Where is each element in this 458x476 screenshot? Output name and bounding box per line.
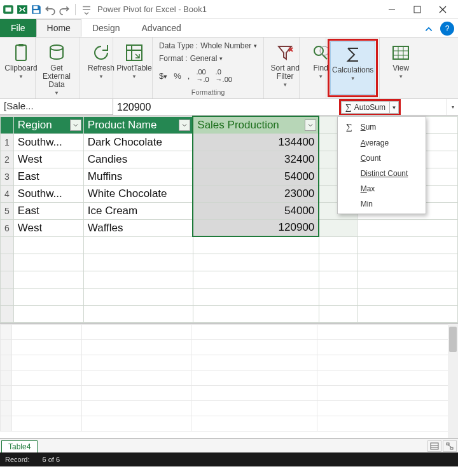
data-view-button[interactable] [427,440,441,452]
tab-advanced[interactable]: Advanced [131,19,192,37]
database-icon [46,43,67,63]
grid-view-icon [391,43,411,63]
menu-item-count[interactable]: Count [338,151,426,166]
comma-format-button[interactable]: , [188,71,190,81]
vertical-scrollbar[interactable] [448,324,458,438]
svg-point-9 [50,45,63,50]
pivottable-icon [124,43,144,63]
chevron-down-icon: ▼ [318,74,323,79]
sigma-icon: ∑ [345,102,352,112]
column-header-sales[interactable]: Sales Production [193,116,319,133]
redo-icon[interactable] [59,4,70,15]
table-row[interactable]: 6 West Waffles 120900 [1,219,458,236]
save-icon[interactable] [31,4,42,15]
calculation-area[interactable] [0,324,458,439]
chevron-down-icon: ▼ [132,74,137,79]
format-selector[interactable]: Format : General ▾ [159,54,257,63]
maximize-button[interactable] [405,1,430,18]
clipboard-button[interactable]: Clipboard ▼ [4,40,38,82]
autosum-dropdown-button[interactable]: ▼ [390,101,399,114]
tab-file[interactable]: File [0,19,36,37]
svg-rect-18 [393,46,408,59]
menu-item-sum[interactable]: ∑Sum [338,119,426,135]
svg-rect-4 [34,10,39,13]
column-header-region[interactable]: Region [13,116,83,133]
chevron-down-icon: ▾ [219,55,223,62]
qat-customize-icon[interactable] [81,4,92,15]
sort-and-filter-button[interactable]: Sort and Filter ▼ [268,40,302,90]
tab-home[interactable]: Home [36,19,81,37]
svg-rect-23 [431,443,438,449]
view-button[interactable]: View ▼ [384,40,418,82]
sigma-icon: ∑ [344,122,354,132]
svg-rect-27 [450,447,453,449]
window-title: Power Pivot for Excel - Book1 [97,4,207,14]
data-type-selector[interactable]: Data Type : Whole Number ▾ [159,41,257,50]
menu-item-average[interactable]: Average [338,135,426,151]
formula-input[interactable] [113,99,339,115]
calculations-button[interactable]: Calculations ▼ [330,41,375,95]
chevron-down-icon: ▼ [54,90,59,96]
undo-icon[interactable] [45,4,56,15]
chevron-down-icon: ▼ [398,74,403,79]
minimize-button[interactable] [379,1,405,18]
currency-format-button[interactable]: $▾ [159,71,167,81]
menu-item-max[interactable]: Max [338,181,426,196]
status-bar: Record: 6 of 6 [0,452,458,466]
filter-button[interactable] [305,119,316,131]
svg-rect-3 [34,6,38,9]
autosum-button[interactable]: ∑ AutoSum [341,101,390,114]
excel-icon [17,4,28,15]
increase-decimal-button[interactable]: .00→.0 [196,68,209,83]
filter-icon [275,43,295,63]
menu-item-min[interactable]: Min [338,196,426,212]
formula-bar-expand-button[interactable]: ▾ [447,99,458,115]
help-button[interactable]: ? [440,22,454,36]
chevron-down-icon: ▼ [99,74,104,79]
svg-line-28 [448,445,452,447]
svg-point-15 [314,46,323,55]
pivottable-button[interactable]: PivotTable ▼ [117,40,151,82]
autosum-menu: ∑Sum Average Count Distinct Count Max Mi… [337,116,426,214]
clipboard-icon [11,43,31,63]
chevron-down-icon: ▼ [18,74,24,79]
column-header-product[interactable]: Product Name [83,116,193,133]
filter-button[interactable] [179,119,190,131]
chevron-down-icon: ▼ [282,82,288,88]
name-box[interactable]: [Sale... [0,99,113,115]
formatting-group-label: Formatting [156,87,260,96]
chevron-down-icon: ▾ [254,43,257,49]
svg-rect-6 [414,6,420,13]
app-icon [3,4,14,15]
diagram-view-button[interactable] [443,440,457,452]
chevron-down-icon: ▼ [350,76,356,81]
select-all-corner[interactable] [1,116,14,133]
svg-rect-26 [447,443,449,445]
collapse-ribbon-icon[interactable] [420,22,438,37]
menu-item-distinct-count[interactable]: Distinct Count [338,166,426,181]
svg-rect-8 [18,44,24,46]
filter-button[interactable] [70,119,81,131]
percent-format-button[interactable]: % [174,71,181,81]
sigma-icon [343,44,363,65]
svg-rect-7 [16,45,26,60]
svg-rect-1 [6,7,11,11]
sheet-tab[interactable]: Table4 [1,440,38,452]
tab-design[interactable]: Design [81,19,131,37]
get-external-data-button[interactable]: Get External Data ▼ [39,40,74,99]
decrease-decimal-button[interactable]: .0→.00 [216,68,232,83]
refresh-icon [91,43,111,63]
close-button[interactable] [430,1,455,18]
